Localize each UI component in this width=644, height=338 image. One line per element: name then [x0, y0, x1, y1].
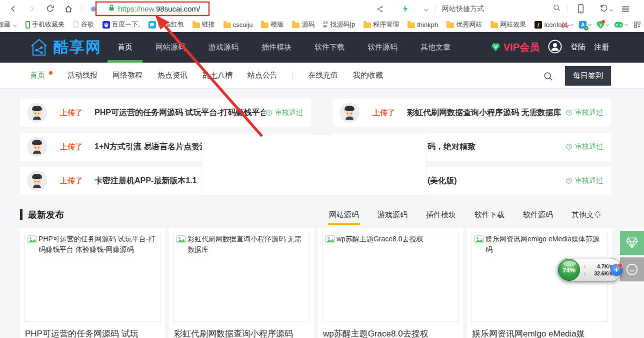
customer-service-float-button[interactable] [620, 257, 644, 281]
apps-grid-button[interactable] [634, 21, 641, 29]
upload-action-label: 上传了 [60, 142, 82, 152]
card-title[interactable]: wp苏醒主题Grace8.0去授权 [323, 328, 460, 338]
feed-row[interactable]: 上传了 彩虹代刷网数据查询小程序源码 无需数据库 审核通过 [332, 99, 611, 127]
lightning-icon[interactable] [399, 3, 411, 15]
site-indicator-icon[interactable] [90, 6, 96, 12]
subnav-item-home[interactable]: 首页 [30, 71, 45, 80]
product-card[interactable]: PHP可运营的任务网源码 试玩平台-打码赚钱平台 体验赚钱-网赚源码 PHP可运… [20, 228, 165, 338]
login-link[interactable]: 登陆 [570, 43, 586, 52]
refresh-icon[interactable] [44, 3, 56, 15]
screenshot-extension-button[interactable] [561, 21, 574, 29]
bookmark-item[interactable]: 找源码|p [323, 20, 355, 29]
nav-item-software-source[interactable]: 软件源码 [368, 32, 398, 63]
subnav-item-announcements[interactable]: 站点公告 [248, 71, 278, 80]
broken-image-icon [27, 235, 37, 245]
search-icon[interactable] [552, 4, 561, 14]
notification-dot [49, 71, 52, 75]
bookmark-item[interactable]: 百度一下, [102, 20, 140, 29]
iconfont-icon [534, 21, 542, 29]
bookmark-label: 程序管理 [373, 20, 399, 29]
card-title[interactable]: 娱乐网资讯网emlgo eMedia媒 [472, 328, 609, 338]
nav-item-plugin-module[interactable]: 插件模块 [262, 32, 292, 63]
tab-software-download[interactable]: 软件下载 [474, 210, 504, 220]
card-title[interactable]: 彩虹代刷网数据查询小程序源码 [174, 328, 311, 338]
upload-action-label: 上传了 [60, 108, 82, 118]
add-button[interactable]: + [610, 264, 622, 276]
url-text[interactable]: https://new.98sucai.com/ [118, 5, 200, 13]
feed-title[interactable]: 1+N方式引流 易语言名片点赞源码 [94, 142, 216, 152]
upload-action-label: 上传了 [372, 108, 395, 118]
bookmark-item[interactable]: 微信红包 [148, 20, 184, 29]
bookmark-item[interactable]: cscuiju [224, 21, 253, 29]
address-bar[interactable]: https://new.98sucai.com/ [108, 4, 200, 14]
card-image-placeholder: wp苏醒主题Grace8.0去授权 [322, 232, 459, 322]
register-link[interactable]: 注册 [594, 43, 609, 52]
feed-row[interactable]: 上传了 PHP可运营的任务网源码 试玩平台-打码赚钱平台 ... 审核通过 [20, 99, 311, 127]
bookmark-item[interactable]: 网站效果 [490, 20, 526, 29]
vip-member-link[interactable]: VIP会员 [491, 41, 540, 54]
product-card[interactable]: wp苏醒主题Grace8.0去授权 wp苏醒主题Grace8.0去授权 [318, 228, 463, 338]
bookmark-label: 百度一下, [112, 20, 140, 29]
bookmark-item[interactable]: 程序管理 [364, 20, 399, 29]
network-speed-widget[interactable]: 74% ↑4.7K/s ↓32.6K/s + [557, 258, 622, 282]
nav-item-game-source[interactable]: 游戏源码 [208, 32, 238, 63]
main-nav: 首页 网站源码 游戏源码 插件模块 软件下载 软件源码 其他文章 [118, 32, 450, 63]
collections-label: 收藏 [0, 20, 10, 29]
home-icon[interactable] [62, 3, 74, 15]
nav-item-home[interactable]: 首页 [118, 32, 132, 63]
subnav-item-misc[interactable]: 乱七八槽 [202, 71, 232, 80]
bookmark-item[interactable]: 链接 [192, 20, 215, 29]
bookmark-item[interactable]: 手机收藏夹 [26, 20, 64, 29]
vip-float-button[interactable] [620, 231, 644, 255]
history-undo-button[interactable] [600, 4, 613, 14]
product-card[interactable]: 娱乐网资讯网emlgo eMedia媒体范源码 娱乐网资讯网emlgo eMed… [467, 228, 612, 338]
site-logo[interactable]: 酷享网 [28, 37, 102, 58]
tab-website-source[interactable]: 网站源码 [329, 210, 359, 220]
tab-other-articles[interactable]: 其他文章 [572, 210, 602, 220]
card-title[interactable]: PHP可运营的任务网源码 试玩 [25, 328, 162, 338]
subnav-item-activity[interactable]: 活动线报 [68, 71, 98, 80]
nav-item-other-articles[interactable]: 其他文章 [420, 32, 450, 63]
bookmark-label: 网站效果 [500, 20, 526, 29]
bookmark-item[interactable]: 优秀网站 [446, 20, 482, 29]
chevron-down-icon[interactable] [424, 5, 428, 14]
translate-extension-button[interactable] [579, 21, 592, 29]
forward-icon[interactable] [26, 3, 38, 15]
menu-icon[interactable] [620, 3, 632, 15]
bookmark-item[interactable]: 模版 [261, 20, 284, 29]
wallet-shield-extension-button[interactable] [597, 21, 609, 29]
bookmark-label: 链接 [202, 20, 215, 29]
zy-icon [323, 21, 328, 28]
product-card[interactable]: 彩虹代刷网数据查询小程序源码 无需数据库 彩虹代刷网数据查询小程序源码 [169, 228, 314, 338]
tab-software-source[interactable]: 软件源码 [523, 210, 553, 220]
tab-plugin-module[interactable]: 插件模块 [426, 210, 456, 220]
feed-title[interactable]: 彩虹代刷网数据查询小程序源码 无需数据库 [407, 108, 561, 118]
feed-title[interactable]: PHP可运营的任务网源码 试玩平台-打码赚钱平台 ... [94, 108, 266, 118]
folder-icon [364, 23, 371, 28]
subnav-item-tutorials[interactable]: 网络教程 [112, 71, 142, 80]
feed-title[interactable]: 卡密注册机APP-最新版本1.1 [94, 176, 196, 186]
subnav-item-favorites[interactable]: 我的收藏 [353, 71, 383, 80]
feed-title[interactable]: 码，绝对精致 [428, 142, 476, 152]
share-icon[interactable] [374, 3, 386, 15]
daily-signin-button[interactable]: 每日签到 [565, 66, 611, 86]
bookmark-item[interactable]: 谷歌 [73, 20, 94, 29]
site-shortcut-search[interactable]: 网站快捷方式 [442, 4, 561, 14]
nav-item-website-source[interactable]: 网站源码 [156, 32, 186, 63]
bookmark-item[interactable]: 源码 [292, 20, 314, 29]
games-extension-button[interactable] [614, 22, 628, 28]
subnav-item-hot-news[interactable]: 热点资讯 [158, 71, 188, 80]
feed-title[interactable]: (美化版) [428, 176, 457, 186]
latest-tabs: 网站源码 游戏源码 插件模块 软件下载 软件源码 其他文章 [329, 210, 602, 220]
subnav-item-recharge[interactable]: 在线充值 [308, 71, 338, 80]
chevron-down-icon [570, 24, 574, 26]
bookmark-label: 手机收藏夹 [32, 20, 64, 29]
tab-game-source[interactable]: 游戏源码 [378, 210, 408, 220]
bookmark-item[interactable]: thinkph [408, 21, 438, 29]
back-icon[interactable] [7, 3, 19, 15]
nav-item-software-download[interactable]: 软件下载 [314, 32, 344, 63]
mobile-phone-icon[interactable] [574, 3, 586, 15]
search-icon[interactable] [542, 70, 554, 82]
bookmarks-collections-button[interactable]: 收藏 [0, 20, 17, 29]
user-avatar-icon[interactable] [548, 40, 562, 56]
